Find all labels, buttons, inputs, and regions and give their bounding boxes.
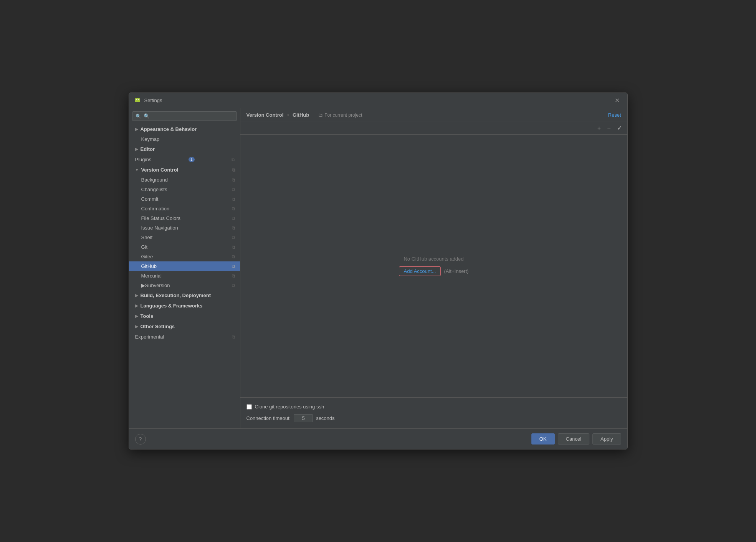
breadcrumb-project: 🗂 For current project [318,112,362,118]
add-account-button[interactable]: Add Account... [399,266,441,276]
clone-ssh-checkbox[interactable] [246,404,252,410]
sidebar-item-keymap[interactable]: Keymap [129,134,240,144]
sidebar-item-experimental[interactable]: Experimental ⧉ [129,332,240,342]
sidebar-item-github[interactable]: GitHub ⧉ [129,261,240,271]
github-panel: + − ✓ No GitHub accounts added Add Accou… [240,122,627,428]
sidebar-item-label: Experimental [135,334,164,340]
copy-icon: ⧉ [232,157,235,162]
help-icon: ? [139,436,142,442]
sidebar-item-languages[interactable]: ▶ Languages & Frameworks [129,301,240,311]
sidebar-item-appearance[interactable]: ▶ Appearance & Behavior [129,124,240,134]
sidebar-item-label: Other Settings [141,324,175,329]
clone-checkbox-row: Clone git repositories using ssh [246,404,621,410]
sidebar-item-label: Appearance & Behavior [141,126,197,132]
sidebar-item-background[interactable]: Background ⧉ [129,175,240,185]
svg-point-2 [136,99,137,100]
accounts-toolbar: + − ✓ [240,122,627,135]
sidebar-item-other-settings[interactable]: ▶ Other Settings [129,321,240,332]
sidebar-item-mercurial[interactable]: Mercurial ⧉ [129,271,240,281]
close-button[interactable]: ✕ [612,95,623,106]
sidebar-item-label: Git [141,244,148,250]
sidebar-item-commit[interactable]: Commit ⧉ [129,194,240,204]
sidebar-item-confirmation[interactable]: Confirmation ⧉ [129,204,240,213]
copy-icon: ⧉ [232,235,235,240]
add-account-shortcut: (Alt+Insert) [444,268,468,274]
main-panel: Version Control > GitHub 🗂 For current p… [240,108,627,428]
check-button[interactable]: ✓ [615,124,624,132]
project-icon: 🗂 [318,112,323,118]
timeout-unit: seconds [316,415,334,421]
sidebar-item-label: Editor [141,146,155,152]
sidebar-item-file-status-colors[interactable]: File Status Colors ⧉ [129,213,240,223]
sidebar-item-label: Subversion [145,283,170,288]
sidebar-item-label: Shelf [141,235,153,240]
sidebar-item-plugins[interactable]: Plugins 1 ⧉ [129,154,240,165]
sidebar-item-shelf[interactable]: Shelf ⧉ [129,233,240,242]
svg-rect-1 [135,100,140,102]
timeout-row: Connection timeout: seconds [246,414,621,422]
sidebar-item-gitee[interactable]: Gitee ⧉ [129,252,240,261]
accounts-list: No GitHub accounts added Add Account... … [240,135,627,397]
copy-icon: ⧉ [232,177,235,183]
copy-icon: ⧉ [232,264,235,269]
bottom-options: Clone git repositories using ssh Connect… [240,397,627,428]
breadcrumb: Version Control > GitHub 🗂 For current p… [240,108,627,122]
copy-icon: ⧉ [232,254,235,259]
sidebar-item-git[interactable]: Git ⧉ [129,242,240,252]
reset-button[interactable]: Reset [608,112,621,118]
help-button[interactable]: ? [135,434,146,445]
copy-icon: ⧉ [232,245,235,250]
footer: ? OK Cancel Apply [129,428,627,449]
sidebar-item-changelists[interactable]: Changelists ⧉ [129,185,240,194]
search-icon: 🔍 [136,114,141,119]
sidebar-item-label: Issue Navigation [141,225,178,231]
settings-dialog: Settings ✕ 🔍 ▶ Appearance & Behavior Key… [129,93,628,449]
breadcrumb-current: GitHub [293,112,309,118]
sidebar-item-label: Commit [141,196,159,202]
add-account-toolbar-button[interactable]: + [595,124,603,132]
sidebar-item-label: Mercurial [141,273,162,279]
breadcrumb-separator: > [286,112,289,118]
sidebar-item-issue-navigation[interactable]: Issue Navigation ⧉ [129,223,240,233]
copy-icon: ⧉ [232,167,235,173]
sidebar-item-label: File Status Colors [141,215,181,221]
search-box[interactable]: 🔍 [132,111,237,121]
dialog-title: Settings [144,97,612,103]
title-bar: Settings ✕ [129,93,627,108]
sidebar-item-label: Build, Execution, Deployment [141,292,211,298]
cancel-button[interactable]: Cancel [558,433,589,445]
copy-icon: ⧉ [232,334,235,340]
plugins-badge: 1 [189,157,195,162]
sidebar-item-label: Confirmation [141,206,170,212]
sidebar-item-label: GitHub [141,263,157,269]
sidebar-item-editor[interactable]: ▶ Editor [129,144,240,154]
sidebar-item-build-execution[interactable]: ▶ Build, Execution, Deployment [129,290,240,301]
no-accounts-text: No GitHub accounts added [404,256,463,262]
search-input[interactable] [144,113,233,119]
sidebar-item-subversion[interactable]: ▶ Subversion ⧉ [129,281,240,290]
breadcrumb-parent[interactable]: Version Control [246,112,284,118]
sidebar-item-label: Version Control [141,167,178,173]
content-area: 🔍 ▶ Appearance & Behavior Keymap ▶ Edito… [129,108,627,428]
sidebar: 🔍 ▶ Appearance & Behavior Keymap ▶ Edito… [129,108,240,428]
apply-button[interactable]: Apply [592,433,621,445]
sidebar-item-tools[interactable]: ▶ Tools [129,311,240,321]
sidebar-item-label: Tools [141,313,154,319]
timeout-input[interactable] [294,414,313,422]
copy-icon: ⧉ [232,197,235,202]
sidebar-item-label: Background [141,177,168,183]
ok-button[interactable]: OK [531,433,555,445]
expand-icon: ▶ [135,324,138,329]
clone-ssh-label: Clone git repositories using ssh [255,404,324,410]
sidebar-item-label: Gitee [141,254,153,259]
footer-buttons: OK Cancel Apply [531,433,621,445]
sidebar-item-version-control[interactable]: ▼ Version Control ⧉ [129,165,240,175]
project-label: For current project [324,112,362,118]
remove-account-toolbar-button[interactable]: − [605,124,613,132]
sidebar-item-label: Plugins [135,157,152,162]
copy-icon: ⧉ [232,187,235,192]
copy-icon: ⧉ [232,225,235,231]
copy-icon: ⧉ [232,216,235,221]
copy-icon: ⧉ [232,206,235,212]
timeout-label: Connection timeout: [246,415,291,421]
